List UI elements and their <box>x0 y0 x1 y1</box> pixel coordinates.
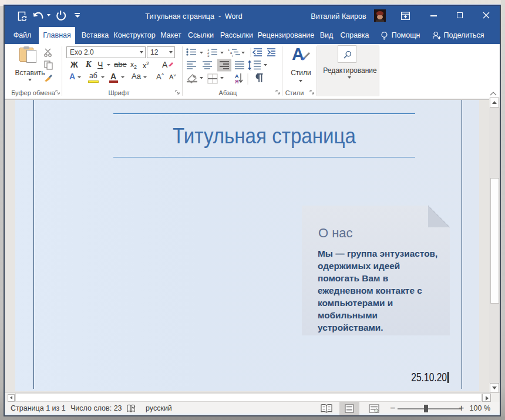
svg-text:i: i <box>232 54 233 58</box>
svg-text:3: 3 <box>207 54 210 58</box>
svg-text:1: 1 <box>228 48 230 52</box>
svg-text:Я: Я <box>235 79 238 85</box>
